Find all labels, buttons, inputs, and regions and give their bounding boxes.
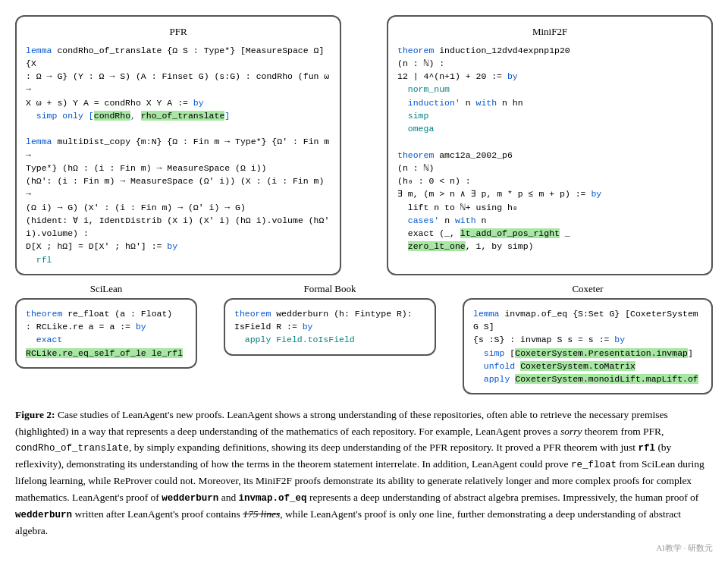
coxeter-code: lemma invmap.of_eq {S:Set G} [CoxeterSys… (473, 307, 702, 386)
pfr-code1: lemma condRho_of_translate {Ω S : Type*}… (26, 44, 331, 123)
scilean-panel: theorem re_float (a : Float) : RCLike.re… (15, 298, 197, 369)
coxeter-panel: lemma invmap.of_eq {S:Set G} [CoxeterSys… (463, 298, 713, 395)
figures-area: PFR lemma condRho_of_translate {Ω S : Ty… (15, 15, 713, 394)
formalbook-container: Formal Book theorem wedderburn (h: Finty… (224, 283, 436, 356)
pfr-code2: lemma multiDist_copy {m:N} {Ω : Fin m → … (26, 135, 331, 266)
minif2f-title: MiniF2F (397, 24, 702, 39)
scilean-code: theorem re_float (a : Float) : RCLike.re… (26, 307, 187, 360)
scilean-title: SciLean (90, 283, 123, 295)
pfr-panel: PFR lemma condRho_of_translate {Ω S : Ty… (15, 15, 341, 275)
minif2f-code1: theorem induction_12dvd4expnp1p20 (n : ℕ… (397, 44, 702, 136)
formalbook-title: Formal Book (304, 283, 356, 295)
pfr-title: PFR (26, 24, 331, 39)
caption: Figure 2: Case studies of LeanAgent's ne… (15, 407, 713, 539)
minif2f-code2: theorem amc12a_2002_p6 (n : ℕ) (h₀ : 0 <… (397, 149, 702, 253)
watermark: AI教学 · 研数元 (15, 542, 713, 554)
caption-text: Case studies of LeanAgent's new proofs. … (15, 409, 704, 536)
minif2f-panel: MiniF2F theorem induction_12dvd4expnp1p2… (387, 15, 713, 275)
scilean-container: SciLean theorem re_float (a : Float) : R… (15, 283, 197, 369)
caption-label: Figure 2: (15, 409, 55, 420)
bottom-section: SciLean theorem re_float (a : Float) : R… (15, 283, 713, 395)
formalbook-code: theorem wedderburn (h: Fintype R): IsFie… (234, 307, 425, 347)
formalbook-panel: theorem wedderburn (h: Fintype R): IsFie… (224, 298, 436, 356)
top-row: PFR lemma condRho_of_translate {Ω S : Ty… (15, 15, 713, 275)
coxeter-container: Coxeter lemma invmap.of_eq {S:Set G} [Co… (463, 283, 713, 395)
coxeter-title: Coxeter (572, 283, 603, 295)
